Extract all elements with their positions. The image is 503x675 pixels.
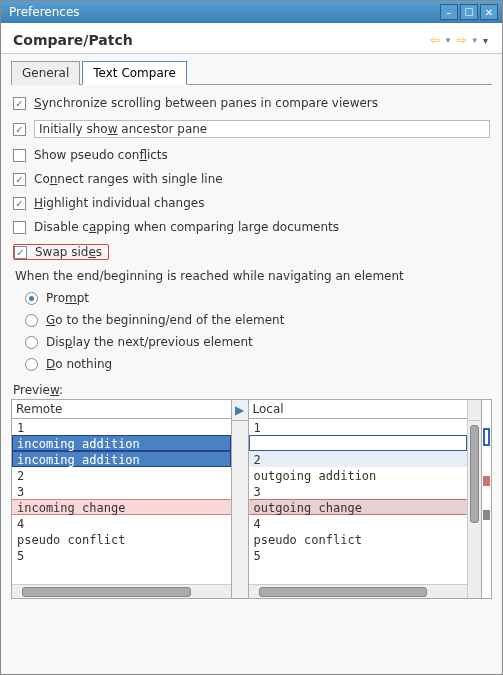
overview-mark-conflict[interactable] <box>483 510 490 520</box>
opt-label: Disable capping when comparing large doc… <box>34 220 339 234</box>
radio-label: Display the next/previous element <box>46 335 253 349</box>
opt-swap-sides[interactable]: Swap sides <box>13 244 109 260</box>
diff-line: 2 <box>249 451 468 467</box>
opt-sync-scrolling[interactable]: Synchronize scrolling between panes in c… <box>11 93 492 113</box>
diff-line: 1 <box>12 419 231 435</box>
checkbox-icon[interactable] <box>14 246 27 259</box>
preview-right-title: Local <box>249 400 468 419</box>
diff-line: 4 <box>12 515 231 531</box>
v-scroll-thumb[interactable] <box>470 425 479 523</box>
preview-left-title: Remote <box>12 400 231 419</box>
opt-swap-sides-row: Swap sides <box>11 241 492 263</box>
tab-label: Text Compare <box>93 66 176 80</box>
radio-nothing[interactable]: Do nothing <box>25 353 492 375</box>
opt-label: Connect ranges with single line <box>34 172 223 186</box>
diff-line-outgoing-add: outgoing addition <box>249 467 468 483</box>
nav-group-label: When the end/beginning is reached while … <box>15 269 492 283</box>
radio-goto[interactable]: Go to the beginning/end of the element <box>25 309 492 331</box>
diff-line: 2 <box>12 467 231 483</box>
diff-line: 5 <box>12 547 231 563</box>
h-scrollbar[interactable] <box>249 584 468 598</box>
back-button[interactable]: ⇦ <box>428 31 442 49</box>
checkbox-icon[interactable] <box>13 149 26 162</box>
radio-display[interactable]: Display the next/previous element <box>25 331 492 353</box>
diff-line: 1 <box>249 419 468 435</box>
tab-label: General <box>22 66 69 80</box>
window-controls: – ☐ ✕ <box>440 4 498 20</box>
history-nav: ⇦ ▾ ⇨ ▾ ▾ <box>428 31 490 49</box>
checkbox-icon[interactable] <box>13 123 26 136</box>
diff-line-incoming-add: incoming addition <box>12 451 231 467</box>
window-titlebar: Preferences – ☐ ✕ <box>1 1 502 23</box>
diff-line: 4 <box>249 515 468 531</box>
nav-radio-group: Prompt Go to the beginning/end of the el… <box>11 287 492 375</box>
tabs: General Text Compare <box>11 60 492 85</box>
opt-label: Show pseudo conflicts <box>34 148 168 162</box>
forward-history-dropdown[interactable]: ▾ <box>470 33 479 47</box>
opt-show-ancestor[interactable]: Initially show ancestor pane <box>11 117 492 141</box>
checkbox-icon[interactable] <box>13 197 26 210</box>
checkbox-icon[interactable] <box>13 97 26 110</box>
close-button[interactable]: ✕ <box>480 4 498 20</box>
overview-mark-add[interactable] <box>483 428 490 446</box>
diff-line: pseudo conflict <box>12 531 231 547</box>
radio-label: Prompt <box>46 291 89 305</box>
checkbox-icon[interactable] <box>13 221 26 234</box>
overview-ruler[interactable] <box>481 400 491 598</box>
forward-button[interactable]: ⇨ <box>454 31 468 49</box>
view-menu-dropdown[interactable]: ▾ <box>481 33 490 48</box>
preview-label: Preview: <box>13 383 492 397</box>
page-header: Compare/Patch ⇦ ▾ ⇨ ▾ ▾ <box>1 23 502 54</box>
copy-diff-icon[interactable]: ▶ <box>232 400 248 421</box>
content-area: General Text Compare Synchronize scrolli… <box>1 54 502 599</box>
opt-pseudo-conflicts[interactable]: Show pseudo conflicts <box>11 145 492 165</box>
tab-text-compare[interactable]: Text Compare <box>82 61 187 85</box>
diff-line: 5 <box>249 547 468 563</box>
checkbox-icon[interactable] <box>13 173 26 186</box>
maximize-button[interactable]: ☐ <box>460 4 478 20</box>
opt-label: Swap sides <box>35 245 102 259</box>
diff-line-incoming-change: incoming change <box>12 499 231 515</box>
radio-icon[interactable] <box>25 314 38 327</box>
diff-line-outgoing-change: outgoing change <box>249 499 468 515</box>
radio-label: Do nothing <box>46 357 112 371</box>
preview-left-pane: Remote 1 incoming addition incoming addi… <box>12 400 231 598</box>
opt-label: Highlight individual changes <box>34 196 204 210</box>
opt-highlight-changes[interactable]: Highlight individual changes <box>11 193 492 213</box>
diff-gutter: ▶ <box>231 400 249 598</box>
page-title: Compare/Patch <box>13 32 428 48</box>
preview-right-body[interactable]: 1 2 outgoing addition 3 outgoing change … <box>249 419 468 584</box>
overview-mark-change[interactable] <box>483 476 490 486</box>
diff-line: 3 <box>249 483 468 499</box>
diff-line: pseudo conflict <box>249 531 468 547</box>
diff-line-add-gap <box>249 435 468 451</box>
opt-connect-ranges[interactable]: Connect ranges with single line <box>11 169 492 189</box>
back-history-dropdown[interactable]: ▾ <box>444 33 453 47</box>
radio-icon[interactable] <box>25 336 38 349</box>
window-title: Preferences <box>5 5 440 19</box>
radio-icon[interactable] <box>25 358 38 371</box>
diff-line-incoming-add: incoming addition <box>12 435 231 451</box>
tab-general[interactable]: General <box>11 61 80 85</box>
h-scrollbar[interactable] <box>12 584 231 598</box>
radio-icon[interactable] <box>25 292 38 305</box>
opt-label: Initially show ancestor pane <box>34 120 490 138</box>
radio-prompt[interactable]: Prompt <box>25 287 492 309</box>
preview-right-pane: Local 1 2 outgoing addition 3 outgoing c… <box>249 400 468 598</box>
preview-compare-viewer: Remote 1 incoming addition incoming addi… <box>11 399 492 599</box>
opt-disable-capping[interactable]: Disable capping when comparing large doc… <box>11 217 492 237</box>
diff-line: 3 <box>12 483 231 499</box>
minimize-button[interactable]: – <box>440 4 458 20</box>
preview-left-body[interactable]: 1 incoming addition incoming addition 2 … <box>12 419 231 584</box>
v-scrollbar[interactable] <box>467 400 481 598</box>
opt-label: Synchronize scrolling between panes in c… <box>34 96 378 110</box>
radio-label: Go to the beginning/end of the element <box>46 313 284 327</box>
